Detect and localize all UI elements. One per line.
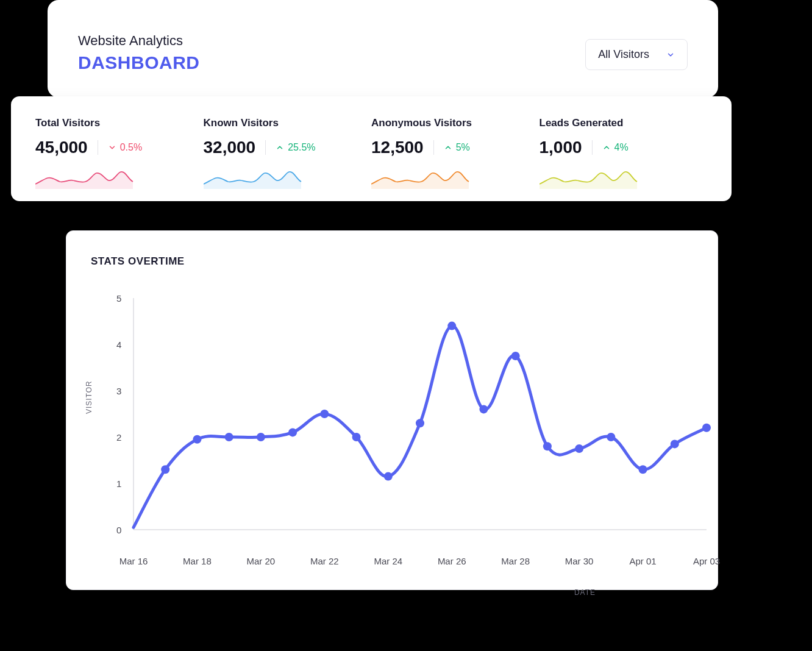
kpi-delta: 5%: [444, 142, 470, 153]
x-tick-label: Mar 24: [374, 556, 402, 566]
kpi-sparkline: [540, 167, 708, 189]
kpi-strip: Total Visitors45,0000.5%Known Visitors32…: [11, 96, 732, 201]
kpi-label: Total Visitors: [35, 117, 204, 129]
kpi-value-row: 45,0000.5%: [35, 138, 204, 157]
x-tick-label: Mar 26: [438, 556, 466, 566]
data-point[interactable]: [639, 465, 647, 474]
caret-up-icon: [602, 143, 611, 152]
kpi-sparkline: [35, 167, 204, 189]
x-tick-label: Apr 01: [629, 556, 656, 566]
data-point[interactable]: [320, 410, 329, 418]
data-point[interactable]: [671, 439, 679, 448]
kpi-value-row: 1,0004%: [540, 138, 708, 157]
kpi-delta: 4%: [602, 142, 629, 153]
kpi-sparkline: [204, 167, 372, 189]
kpi-label: Leads Generated: [540, 117, 708, 129]
x-axis-label: DATE: [574, 588, 596, 597]
divider: [592, 140, 593, 155]
x-tick-label: Mar 28: [501, 556, 530, 566]
data-point[interactable]: [447, 322, 456, 330]
data-point[interactable]: [575, 444, 583, 453]
data-point[interactable]: [416, 419, 424, 427]
x-tick-label: Mar 22: [310, 556, 339, 566]
stats-chart: VISITOR DATE 012345Mar 16Mar 18Mar 20Mar…: [91, 292, 718, 585]
kpi-card: Known Visitors32,00025.5%: [204, 117, 372, 189]
kpi-value: 1,000: [540, 138, 582, 157]
visitor-filter-select[interactable]: All Visitors: [585, 39, 688, 70]
x-tick-label: Mar 20: [247, 556, 276, 566]
divider: [98, 140, 98, 155]
chart-svg: [91, 292, 719, 548]
kpi-delta-value: 25.5%: [288, 142, 315, 153]
kpi-delta-value: 4%: [614, 142, 629, 153]
stats-title: STATS OVERTIME: [91, 255, 718, 268]
data-point[interactable]: [543, 442, 552, 450]
data-point[interactable]: [288, 428, 297, 436]
divider: [433, 140, 434, 155]
kpi-card: Leads Generated1,0004%: [540, 117, 708, 189]
kpi-card: Total Visitors45,0000.5%: [35, 117, 204, 189]
x-tick-label: Apr 03: [693, 556, 720, 566]
x-tick-label: Mar 30: [565, 556, 594, 566]
title-block: Website Analytics DASHBOARD: [78, 33, 200, 73]
kpi-value: 32,000: [204, 138, 256, 157]
kpi-delta-value: 0.5%: [120, 142, 142, 153]
page-title: DASHBOARD: [78, 52, 200, 73]
data-point[interactable]: [225, 433, 233, 441]
caret-down-icon: [108, 143, 116, 152]
kpi-delta: 25.5%: [276, 142, 315, 153]
data-point[interactable]: [193, 435, 201, 444]
kpi-delta-value: 5%: [456, 142, 470, 153]
caret-up-icon: [444, 143, 452, 152]
data-point[interactable]: [479, 405, 488, 413]
kpi-label: Anonymous Visitors: [371, 117, 540, 129]
header-row: Website Analytics DASHBOARD All Visitors: [78, 33, 688, 73]
data-point[interactable]: [352, 433, 361, 441]
kpi-value: 45,000: [35, 138, 88, 157]
kpi-label: Known Visitors: [204, 117, 372, 129]
chevron-down-icon: [666, 51, 675, 59]
kpi-delta: 0.5%: [108, 142, 142, 153]
kpi-card: Anonymous Visitors12,5005%: [371, 117, 540, 189]
x-tick-label: Mar 16: [119, 556, 148, 566]
divider: [265, 140, 266, 155]
data-point[interactable]: [161, 465, 169, 474]
stats-overtime-card: STATS OVERTIME VISITOR DATE 012345Mar 16…: [66, 230, 718, 590]
data-point[interactable]: [257, 433, 265, 441]
kpi-value-row: 12,5005%: [371, 138, 540, 157]
kpi-sparkline: [371, 167, 540, 189]
kpi-value: 12,500: [371, 138, 424, 157]
caret-up-icon: [276, 143, 284, 152]
data-point[interactable]: [607, 433, 615, 441]
filter-selected-label: All Visitors: [598, 48, 649, 61]
x-tick-label: Mar 18: [183, 556, 212, 566]
kpi-value-row: 32,00025.5%: [204, 138, 372, 157]
dashboard-card: Website Analytics DASHBOARD All Visitors: [48, 0, 718, 98]
data-point[interactable]: [511, 352, 520, 360]
data-point[interactable]: [702, 424, 711, 432]
data-point[interactable]: [384, 472, 393, 481]
page-subtitle: Website Analytics: [78, 33, 200, 49]
